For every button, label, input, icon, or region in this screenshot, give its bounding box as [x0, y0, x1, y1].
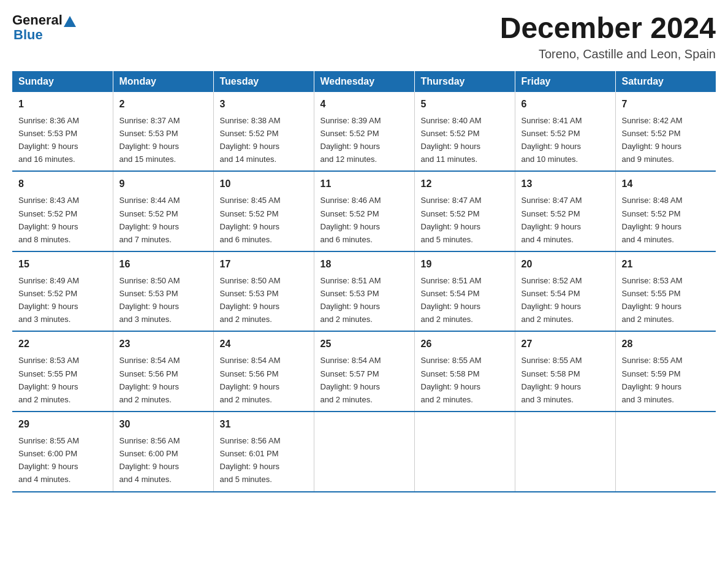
day-number: 28	[622, 337, 710, 351]
header-tuesday: Tuesday	[213, 71, 314, 92]
day-info: Sunrise: 8:55 AMSunset: 6:00 PMDaylight:…	[18, 436, 79, 484]
calendar-cell: 21 Sunrise: 8:53 AMSunset: 5:55 PMDaylig…	[615, 251, 716, 332]
calendar-cell: 15 Sunrise: 8:49 AMSunset: 5:52 PMDaylig…	[12, 251, 113, 332]
day-number: 19	[421, 257, 509, 272]
calendar-cell: 24 Sunrise: 8:54 AMSunset: 5:56 PMDaylig…	[213, 331, 314, 412]
calendar-week-row: 8 Sunrise: 8:43 AMSunset: 5:52 PMDayligh…	[12, 171, 716, 251]
calendar-cell: 10 Sunrise: 8:45 AMSunset: 5:52 PMDaylig…	[213, 171, 314, 251]
calendar-cell: 13 Sunrise: 8:47 AMSunset: 5:52 PMDaylig…	[515, 171, 615, 251]
day-info: Sunrise: 8:53 AMSunset: 5:55 PMDaylight:…	[18, 356, 79, 404]
logo-triangle-icon	[64, 16, 76, 27]
calendar-cell: 6 Sunrise: 8:41 AMSunset: 5:52 PMDayligh…	[515, 92, 615, 172]
logo-blue-text: Blue	[13, 27, 43, 43]
day-info: Sunrise: 8:55 AMSunset: 5:59 PMDaylight:…	[622, 356, 683, 404]
calendar-cell	[314, 412, 414, 492]
calendar-cell: 17 Sunrise: 8:50 AMSunset: 5:53 PMDaylig…	[213, 251, 314, 332]
header-sunday: Sunday	[12, 71, 113, 92]
calendar-cell: 18 Sunrise: 8:51 AMSunset: 5:53 PMDaylig…	[314, 251, 414, 332]
day-number: 30	[119, 417, 207, 432]
day-number: 29	[18, 417, 107, 432]
calendar-cell: 8 Sunrise: 8:43 AMSunset: 5:52 PMDayligh…	[12, 171, 113, 251]
day-info: Sunrise: 8:45 AMSunset: 5:52 PMDaylight:…	[220, 196, 281, 243]
day-number: 9	[119, 177, 207, 191]
day-number: 17	[220, 257, 308, 272]
header-wednesday: Wednesday	[314, 71, 414, 92]
header-monday: Monday	[113, 71, 213, 92]
day-number: 12	[421, 177, 509, 191]
day-info: Sunrise: 8:51 AMSunset: 5:53 PMDaylight:…	[320, 276, 381, 324]
header-thursday: Thursday	[414, 71, 515, 92]
title-area: December 2024 Toreno, Castille and Leon,…	[500, 12, 716, 61]
day-number: 31	[220, 417, 308, 432]
logo-general-text: General	[12, 12, 63, 28]
day-info: Sunrise: 8:39 AMSunset: 5:52 PMDaylight:…	[320, 116, 381, 164]
calendar-week-row: 15 Sunrise: 8:49 AMSunset: 5:52 PMDaylig…	[12, 251, 716, 332]
calendar-cell	[414, 412, 515, 492]
day-number: 6	[521, 97, 609, 112]
day-info: Sunrise: 8:46 AMSunset: 5:52 PMDaylight:…	[320, 196, 381, 243]
calendar-subtitle: Toreno, Castille and Leon, Spain	[500, 47, 716, 61]
day-number: 13	[521, 177, 609, 191]
day-number: 10	[220, 177, 308, 191]
day-info: Sunrise: 8:52 AMSunset: 5:54 PMDaylight:…	[521, 276, 582, 324]
day-info: Sunrise: 8:41 AMSunset: 5:52 PMDaylight:…	[521, 116, 582, 164]
calendar-cell: 14 Sunrise: 8:48 AMSunset: 5:52 PMDaylig…	[615, 171, 716, 251]
day-info: Sunrise: 8:49 AMSunset: 5:52 PMDaylight:…	[18, 276, 79, 324]
calendar-title: December 2024	[500, 12, 716, 45]
day-number: 21	[622, 257, 710, 272]
day-number: 25	[320, 337, 408, 351]
header-saturday: Saturday	[615, 71, 716, 92]
day-number: 16	[119, 257, 207, 272]
day-info: Sunrise: 8:54 AMSunset: 5:57 PMDaylight:…	[320, 356, 381, 404]
calendar-table: Sunday Monday Tuesday Wednesday Thursday…	[12, 71, 716, 492]
calendar-cell: 31 Sunrise: 8:56 AMSunset: 6:01 PMDaylig…	[213, 412, 314, 492]
day-info: Sunrise: 8:38 AMSunset: 5:52 PMDaylight:…	[220, 116, 281, 164]
day-info: Sunrise: 8:43 AMSunset: 5:52 PMDaylight:…	[18, 196, 79, 243]
day-info: Sunrise: 8:48 AMSunset: 5:52 PMDaylight:…	[622, 196, 683, 243]
day-info: Sunrise: 8:37 AMSunset: 5:53 PMDaylight:…	[119, 116, 180, 164]
day-info: Sunrise: 8:56 AMSunset: 6:00 PMDaylight:…	[119, 436, 180, 484]
day-info: Sunrise: 8:36 AMSunset: 5:53 PMDaylight:…	[18, 116, 79, 164]
header: General Blue December 2024 Toreno, Casti…	[12, 12, 716, 61]
calendar-cell: 26 Sunrise: 8:55 AMSunset: 5:58 PMDaylig…	[414, 331, 515, 412]
day-number: 15	[18, 257, 107, 272]
calendar-week-row: 29 Sunrise: 8:55 AMSunset: 6:00 PMDaylig…	[12, 412, 716, 492]
day-info: Sunrise: 8:55 AMSunset: 5:58 PMDaylight:…	[421, 356, 482, 404]
day-info: Sunrise: 8:42 AMSunset: 5:52 PMDaylight:…	[622, 116, 683, 164]
day-number: 26	[421, 337, 509, 351]
day-info: Sunrise: 8:40 AMSunset: 5:52 PMDaylight:…	[421, 116, 482, 164]
day-number: 5	[421, 97, 509, 112]
day-info: Sunrise: 8:50 AMSunset: 5:53 PMDaylight:…	[119, 276, 180, 324]
logo: General Blue	[12, 12, 76, 43]
day-number: 22	[18, 337, 107, 351]
day-info: Sunrise: 8:56 AMSunset: 6:01 PMDaylight:…	[220, 436, 281, 484]
day-number: 7	[622, 97, 710, 112]
calendar-cell: 2 Sunrise: 8:37 AMSunset: 5:53 PMDayligh…	[113, 92, 213, 172]
day-info: Sunrise: 8:54 AMSunset: 5:56 PMDaylight:…	[220, 356, 281, 404]
day-number: 8	[18, 177, 107, 191]
day-number: 1	[18, 97, 107, 112]
day-info: Sunrise: 8:47 AMSunset: 5:52 PMDaylight:…	[521, 196, 582, 243]
day-number: 2	[119, 97, 207, 112]
calendar-cell: 22 Sunrise: 8:53 AMSunset: 5:55 PMDaylig…	[12, 331, 113, 412]
day-info: Sunrise: 8:53 AMSunset: 5:55 PMDaylight:…	[622, 276, 683, 324]
calendar-cell: 28 Sunrise: 8:55 AMSunset: 5:59 PMDaylig…	[615, 331, 716, 412]
day-number: 23	[119, 337, 207, 351]
calendar-cell: 11 Sunrise: 8:46 AMSunset: 5:52 PMDaylig…	[314, 171, 414, 251]
day-info: Sunrise: 8:44 AMSunset: 5:52 PMDaylight:…	[119, 196, 180, 243]
day-number: 20	[521, 257, 609, 272]
day-info: Sunrise: 8:50 AMSunset: 5:53 PMDaylight:…	[220, 276, 281, 324]
calendar-cell: 12 Sunrise: 8:47 AMSunset: 5:52 PMDaylig…	[414, 171, 515, 251]
calendar-header-row: Sunday Monday Tuesday Wednesday Thursday…	[12, 71, 716, 92]
calendar-cell: 23 Sunrise: 8:54 AMSunset: 5:56 PMDaylig…	[113, 331, 213, 412]
day-info: Sunrise: 8:54 AMSunset: 5:56 PMDaylight:…	[119, 356, 180, 404]
day-info: Sunrise: 8:55 AMSunset: 5:58 PMDaylight:…	[521, 356, 582, 404]
day-number: 18	[320, 257, 408, 272]
calendar-week-row: 22 Sunrise: 8:53 AMSunset: 5:55 PMDaylig…	[12, 331, 716, 412]
calendar-cell: 3 Sunrise: 8:38 AMSunset: 5:52 PMDayligh…	[213, 92, 314, 172]
day-number: 27	[521, 337, 609, 351]
day-number: 4	[320, 97, 408, 112]
calendar-cell	[615, 412, 716, 492]
day-number: 24	[220, 337, 308, 351]
calendar-cell: 27 Sunrise: 8:55 AMSunset: 5:58 PMDaylig…	[515, 331, 615, 412]
